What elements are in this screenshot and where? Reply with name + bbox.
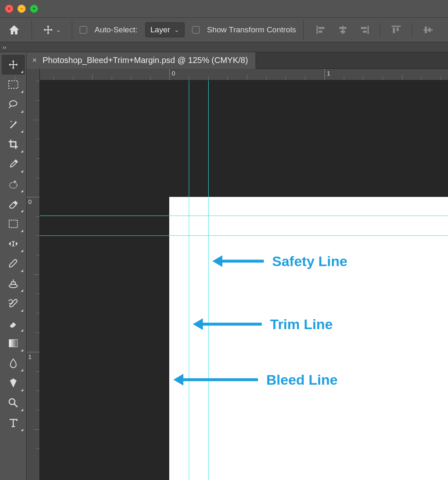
- svg-point-17: [10, 182, 17, 188]
- svg-point-19: [9, 284, 17, 288]
- ruler-v-label-0: 0: [28, 198, 32, 205]
- move-icon: [43, 24, 54, 35]
- arrow-left-icon: [172, 371, 259, 389]
- annotation-bleed-label: Bleed Line: [266, 372, 338, 388]
- zoom-tool[interactable]: [2, 393, 25, 413]
- home-button[interactable]: [4, 21, 24, 39]
- svg-rect-6: [368, 26, 369, 34]
- svg-rect-18: [9, 220, 17, 228]
- spot-heal-tool[interactable]: [2, 174, 25, 194]
- artboard: [169, 197, 448, 480]
- align-top-icon[interactable]: [390, 25, 402, 35]
- align-vcenter-icon[interactable]: [422, 25, 434, 35]
- svg-rect-0: [317, 26, 318, 34]
- layer-dropdown[interactable]: Layer ⌄: [145, 22, 185, 37]
- guide-horizontal[interactable]: [40, 216, 448, 216]
- svg-rect-14: [429, 28, 431, 32]
- lasso-tool[interactable]: [2, 95, 25, 114]
- svg-rect-10: [393, 28, 395, 33]
- brush-tool[interactable]: [2, 254, 25, 274]
- arrow-left-icon: [191, 315, 263, 333]
- separator: [303, 20, 304, 39]
- move-tool[interactable]: [2, 55, 25, 75]
- type-tool[interactable]: [2, 413, 25, 433]
- window-titlebar: × − +: [0, 0, 448, 17]
- history-brush-tool[interactable]: [2, 293, 25, 313]
- svg-rect-20: [9, 339, 17, 347]
- ruler-vertical[interactable]: 0 1: [27, 69, 40, 480]
- workspace[interactable]: 0 1: [27, 69, 448, 480]
- annotation-trim: Trim Line: [191, 315, 333, 333]
- clone-stamp-tool[interactable]: [2, 274, 25, 293]
- window-close-button[interactable]: ×: [5, 5, 13, 13]
- svg-rect-4: [339, 27, 346, 29]
- chevron-down-icon: ⌄: [56, 27, 61, 33]
- svg-point-16: [10, 121, 12, 122]
- ruler-h-label-0: 0: [172, 70, 175, 77]
- ruler-v-label-1: 1: [28, 353, 32, 360]
- window-zoom-button[interactable]: +: [30, 5, 38, 13]
- align-hcenter-icon[interactable]: [337, 25, 348, 35]
- document-tab-title: Photoshop_Bleed+Trim+Margin.psd @ 125% (…: [43, 56, 248, 65]
- guide-horizontal[interactable]: [40, 235, 448, 236]
- layer-dropdown-label: Layer: [151, 25, 170, 34]
- ruler-h-label-1: 1: [327, 70, 330, 77]
- canvas[interactable]: Safety Line Trim Line Bleed Line: [40, 80, 448, 480]
- show-transform-label: Show Transform Controls: [207, 25, 296, 34]
- ruler-horizontal[interactable]: 0 1: [40, 69, 448, 80]
- close-tab-icon[interactable]: ×: [32, 56, 37, 65]
- svg-rect-5: [341, 31, 345, 33]
- document-area: × Photoshop_Bleed+Trim+Margin.psd @ 125%…: [27, 52, 448, 480]
- svg-rect-15: [9, 81, 18, 88]
- align-group: [311, 23, 434, 36]
- svg-rect-9: [392, 26, 401, 27]
- svg-point-21: [9, 399, 15, 405]
- content-aware-tool[interactable]: [2, 234, 25, 254]
- separator: [412, 23, 412, 36]
- tool-palette: [0, 52, 27, 480]
- annotation-bleed: Bleed Line: [172, 371, 338, 389]
- smudge-tool[interactable]: [2, 353, 25, 373]
- svg-rect-13: [425, 27, 427, 33]
- svg-rect-7: [361, 27, 367, 29]
- svg-rect-1: [319, 27, 324, 29]
- marquee-tool[interactable]: [2, 75, 25, 95]
- auto-select-label: Auto-Select:: [95, 25, 138, 34]
- home-icon: [8, 24, 20, 36]
- annotation-safety: Safety Line: [211, 252, 347, 270]
- chevron-down-icon: ⌄: [174, 27, 179, 33]
- guide-vertical[interactable]: [189, 80, 189, 480]
- panel-collapse-row[interactable]: ››: [0, 42, 448, 52]
- gradient-tool[interactable]: [2, 333, 25, 353]
- separator: [72, 20, 72, 39]
- svg-rect-11: [397, 28, 399, 31]
- annotation-safety-label: Safety Line: [272, 253, 347, 269]
- document-tab-strip: × Photoshop_Bleed+Trim+Margin.psd @ 125%…: [27, 52, 448, 69]
- separator: [380, 23, 380, 36]
- show-transform-checkbox[interactable]: [192, 26, 200, 34]
- auto-select-checkbox[interactable]: [80, 26, 87, 34]
- align-left-icon[interactable]: [315, 25, 327, 35]
- eraser-tool[interactable]: [2, 313, 25, 333]
- svg-rect-2: [319, 31, 322, 33]
- separator: [32, 20, 32, 39]
- crop-tool[interactable]: [2, 134, 25, 154]
- align-right-icon[interactable]: [358, 25, 370, 35]
- frame-tool[interactable]: [2, 214, 25, 234]
- document-tab[interactable]: × Photoshop_Bleed+Trim+Margin.psd @ 125%…: [27, 52, 256, 69]
- arrow-left-icon: [211, 252, 265, 270]
- options-bar: ⌄ Auto-Select: Layer ⌄ Show Transform Co…: [0, 17, 448, 42]
- eyedropper-tool[interactable]: [2, 154, 25, 174]
- annotation-trim-label: Trim Line: [270, 316, 333, 332]
- guide-vertical[interactable]: [208, 80, 209, 480]
- active-tool-indicator[interactable]: ⌄: [39, 23, 64, 37]
- magic-wand-tool[interactable]: [2, 114, 25, 134]
- path-tool[interactable]: [2, 373, 25, 393]
- chevron-right-icon: ››: [2, 44, 6, 51]
- window-minimize-button[interactable]: −: [17, 5, 26, 13]
- svg-rect-8: [363, 31, 367, 33]
- eraser-alt-tool[interactable]: [2, 194, 25, 214]
